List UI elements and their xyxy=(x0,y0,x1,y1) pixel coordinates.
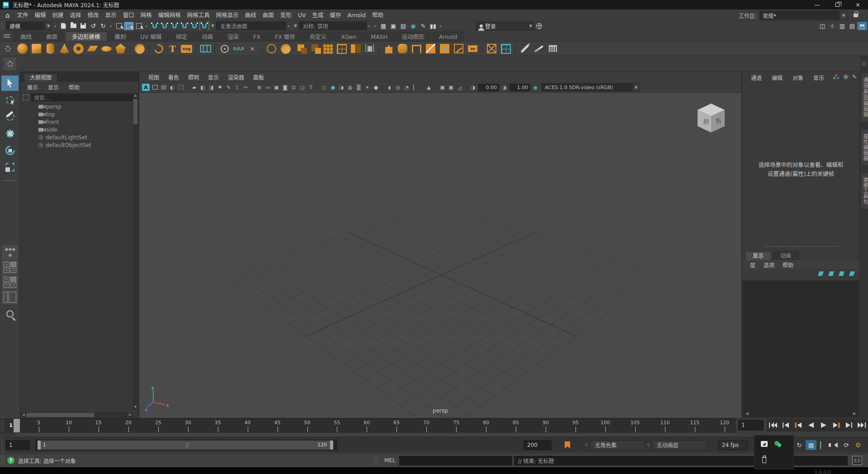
exposure-icon[interactable]: ◑ xyxy=(469,83,477,91)
ao-icon[interactable]: ◍ xyxy=(346,83,354,91)
anchor-icon[interactable]: ↥ xyxy=(233,83,241,91)
step-forward-frame-button[interactable] xyxy=(843,420,855,431)
fps-field[interactable]: 24 fps xyxy=(718,440,748,450)
group-separator[interactable]: ▸ xyxy=(144,24,150,28)
mute-icon[interactable] xyxy=(829,440,840,450)
menubar-item-13[interactable]: 变形 xyxy=(277,9,295,21)
display-tray-icon[interactable]: ◢ xyxy=(760,440,768,447)
menubar-item-18[interactable]: 帮助 xyxy=(369,9,387,21)
group-separator[interactable]: ▸ xyxy=(438,24,444,28)
field-chart-icon[interactable]: T xyxy=(307,83,315,91)
outliner-search-input[interactable]: 搜索... xyxy=(31,94,136,101)
range-end-handle[interactable] xyxy=(330,441,333,450)
menubar-item-1[interactable]: 编辑 xyxy=(32,9,49,21)
shelf-icon-live-brackets[interactable] xyxy=(363,42,377,55)
snap-grid-button[interactable] xyxy=(150,22,160,30)
shelf-icon-sculpt-sphere[interactable] xyxy=(132,42,146,55)
select-tool[interactable] xyxy=(1,76,19,91)
group-separator[interactable]: ▸ xyxy=(367,24,373,28)
character-set-dropdown[interactable]: 无角色集 xyxy=(590,440,645,450)
grease-pencil-icon[interactable]: ▰ xyxy=(190,83,198,91)
save-scene-button[interactable] xyxy=(78,22,88,30)
shelf-tab-11[interactable]: XGen xyxy=(334,32,363,41)
mel-command-input[interactable] xyxy=(399,456,512,465)
snap-point-button[interactable] xyxy=(170,22,179,30)
shelf-tab-8[interactable]: FX xyxy=(246,32,267,41)
group-separator[interactable]: ▸ xyxy=(108,24,114,28)
viewport-menu-3[interactable]: 显示 xyxy=(203,73,223,81)
outliner-menu-0[interactable]: 展示 xyxy=(23,83,42,91)
shelf-icon-svg-tool[interactable]: svg xyxy=(179,42,193,55)
shelf-icon-knife[interactable] xyxy=(532,42,546,55)
drag-grip[interactable] xyxy=(373,455,378,465)
pen-icon[interactable]: ✎ xyxy=(224,83,233,91)
layout-single-pane-button[interactable] xyxy=(2,246,18,259)
toggle-sidebar-button[interactable]: ⬒ xyxy=(857,22,867,30)
xray-icon[interactable]: ◎ xyxy=(394,83,402,91)
menubar-item-9[interactable]: 网格工具 xyxy=(184,9,213,21)
menubar-item-12[interactable]: 曲面 xyxy=(259,9,277,21)
shelf-icon-boolean-union[interactable] xyxy=(292,42,307,55)
viewport-menu-4[interactable]: 渲染器 xyxy=(223,73,249,81)
shelf-icon-platonic-solid[interactable] xyxy=(113,42,127,55)
menu-set-dropdown[interactable]: 建模▼ xyxy=(6,22,52,30)
time-slider[interactable]: 1 51015202530354045505560657075808590951… xyxy=(0,418,736,432)
scroll-down-icon[interactable]: ▼ xyxy=(133,404,138,410)
scale-tool[interactable] xyxy=(1,159,19,175)
view-transform-dropdown[interactable]: ACES 1.0 SDR-video (sRGB) xyxy=(542,83,632,91)
view-cube[interactable]: 前 右 xyxy=(692,99,730,137)
sphere-icon[interactable] xyxy=(843,74,849,80)
toggle-modeling-toolkit-button[interactable]: ◫ xyxy=(817,22,827,30)
shelf-icon-project-grid[interactable] xyxy=(499,42,513,55)
shelf-icon-bridge[interactable] xyxy=(410,42,424,55)
outliner-item-top[interactable]: top xyxy=(20,110,138,118)
shelf-menu-button[interactable] xyxy=(0,31,14,41)
edit-icon[interactable]: ✎ xyxy=(852,74,857,80)
mel-label[interactable]: MEL xyxy=(384,457,396,464)
select-component-button[interactable] xyxy=(134,22,144,30)
shelf-icon-curve-circle[interactable] xyxy=(264,42,278,55)
toggle-channel-box-button[interactable]: ▥ xyxy=(837,22,847,30)
current-frame-marker[interactable] xyxy=(14,419,20,433)
go-to-end-button[interactable] xyxy=(855,420,868,431)
copy-icon[interactable]: ▣ xyxy=(438,83,447,91)
chevron-down-icon[interactable]: ▽ xyxy=(647,443,650,447)
step-forward-key-button[interactable] xyxy=(830,420,843,431)
chevron-down-icon[interactable]: ▼ xyxy=(211,24,214,28)
chevron-down-icon[interactable]: ▽ xyxy=(585,443,588,447)
render-current-frame-button[interactable]: ▣ xyxy=(388,22,398,30)
shelf-tab-0[interactable]: 曲线 xyxy=(14,32,38,41)
globe-icon[interactable] xyxy=(534,22,544,30)
shelf-tab-12[interactable]: MASH xyxy=(364,32,394,41)
script-editor-button[interactable]: {;} xyxy=(852,456,862,465)
select-object-button[interactable] xyxy=(124,22,134,30)
step-back-frame-button[interactable] xyxy=(779,420,792,431)
outliner-menu-2[interactable]: 帮助 xyxy=(65,83,84,91)
snap-curve-button[interactable] xyxy=(160,22,170,30)
motionblur-icon[interactable]: ▒ xyxy=(354,83,363,91)
2d-pan-zoom-icon[interactable] xyxy=(176,83,185,91)
render-settings-button[interactable]: ◉ xyxy=(408,22,418,30)
menubar-item-0[interactable]: 文件 xyxy=(14,9,32,21)
layer-menu-0[interactable]: 层 xyxy=(746,261,760,269)
shelf-tab-10[interactable]: 自定义 xyxy=(303,32,334,41)
auto-key-icon[interactable]: ↻ xyxy=(794,440,805,450)
close-button[interactable]: ✕ xyxy=(848,0,868,9)
shelf-icon-poly-plane[interactable] xyxy=(85,42,99,55)
shelf-icon-custom-axis[interactable]: ⨯ xyxy=(245,42,259,55)
anim-end-field[interactable]: 200 xyxy=(524,440,552,450)
drag-grip[interactable] xyxy=(0,455,5,465)
brush2-icon[interactable]: ✏ xyxy=(241,83,250,91)
range-grip[interactable] xyxy=(185,442,189,448)
maximize-button[interactable] xyxy=(827,0,848,9)
shelf-icon-poly-cube[interactable] xyxy=(29,42,43,55)
menubar-item-7[interactable]: 网格 xyxy=(137,9,155,21)
menubar-item-14[interactable]: UV xyxy=(295,9,309,21)
bookmark-icon[interactable] xyxy=(565,441,570,449)
cursor-icon[interactable]: ▲ xyxy=(425,83,433,91)
shelf-icon-quad-draw[interactable] xyxy=(452,42,466,55)
shelf-tab-13[interactable]: 运动图形 xyxy=(395,32,431,41)
layer-menu-1[interactable]: 选项 xyxy=(760,261,778,269)
view-transform-enabled-icon[interactable]: ◉ xyxy=(531,83,540,91)
play-backwards-button[interactable] xyxy=(805,420,817,431)
